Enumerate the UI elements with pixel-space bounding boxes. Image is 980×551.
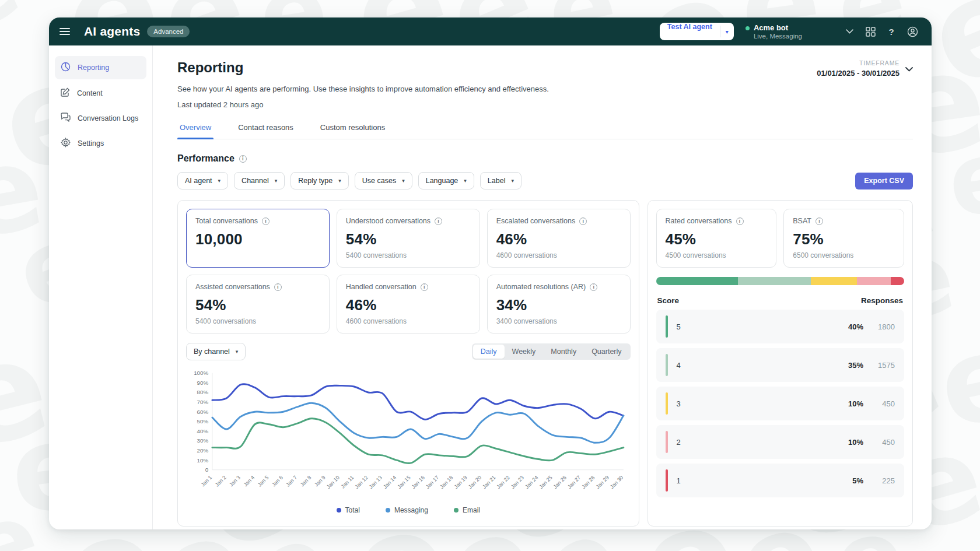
apps-grid-icon[interactable] [864,25,877,38]
svg-text:Jan 22: Jan 22 [495,475,510,490]
svg-text:Jan 25: Jan 25 [538,475,553,490]
help-icon[interactable]: ? [885,25,898,38]
sidebar-item-label: Content [77,89,103,97]
tab-contact-reasons[interactable]: Contact reasons [236,123,296,139]
gear-icon [61,138,71,149]
score-rows: 540%1800435%1575310%450210%45015%225 [656,310,904,497]
info-icon[interactable]: i [262,217,270,225]
metric-sub [195,251,320,258]
svg-text:Jan 4: Jan 4 [243,475,256,488]
chevron-down-icon[interactable] [843,25,856,38]
metric-card-escalated-conversations[interactable]: Escalated conversationsi46%4600 conversa… [487,209,631,268]
filter-channel[interactable]: Channel▾ [234,172,285,189]
metric-card-bsat[interactable]: BSATi75%6500 conversations [783,209,904,268]
info-icon[interactable]: i [736,217,744,225]
metric-card-rated-conversations[interactable]: Rated conversationsi45%4500 conversation… [656,209,777,268]
info-icon[interactable]: i [274,283,282,291]
info-icon[interactable]: i [421,283,428,291]
period-daily[interactable]: Daily [473,345,505,359]
distribution-segment [857,277,890,285]
svg-text:80%: 80% [197,389,209,395]
metric-card-assisted-conversations[interactable]: Assisted conversationsi54%5400 conversat… [186,275,330,334]
menu-icon[interactable] [60,26,70,37]
score-responses: 225 [869,476,895,485]
chevron-down-icon: ▾ [338,178,341,184]
export-csv-button[interactable]: Export CSV [855,173,913,189]
legend-item-total[interactable]: Total [337,506,360,514]
metric-sub: 5400 conversations [346,251,471,259]
tab-bar: OverviewContact reasonsCustom resolution… [177,123,913,139]
score-color-bar [666,315,668,338]
sidebar-item-settings[interactable]: Settings [55,132,146,155]
info-icon[interactable]: i [579,217,587,225]
svg-text:50%: 50% [197,418,209,424]
test-ai-agent-caret[interactable]: ▾ [720,23,734,40]
metric-card-handled-conversation[interactable]: Handled conversationi46%4600 conversatio… [337,275,480,334]
bot-selector[interactable]: Acme bot Live, Messaging [746,23,802,40]
page-background: eeeeeeeeeeeeeeeeeeeeeeeeeeeeeeeeeeeeeeee… [0,0,980,551]
filter-ai-agent[interactable]: AI agent▾ [177,172,228,189]
sidebar-item-conversation-logs[interactable]: Conversation Logs [55,107,146,129]
plan-badge: Advanced [147,26,190,37]
metric-card-automated-resolutions-ar-[interactable]: Automated resolutions (AR)i34%3400 conve… [487,275,631,334]
info-icon[interactable]: i [435,217,442,225]
chat-icon [61,113,71,124]
score-percent: 35% [848,361,863,370]
distribution-segment [891,277,904,285]
metric-label: Total conversations [195,217,258,225]
metric-sub: 4500 conversations [666,251,768,259]
score-responses: 1575 [869,361,895,370]
distribution-segment [656,277,738,285]
metric-sub: 5400 conversations [195,317,320,325]
metric-sub: 4600 conversations [346,317,471,325]
period-segmented-control: DailyWeeklyMonthlyQuarterly [472,343,631,360]
sidebar-item-reporting[interactable]: Reporting [55,56,146,79]
svg-text:Jan 27: Jan 27 [566,475,582,490]
tab-custom-resolutions[interactable]: Custom resolutions [318,123,387,139]
svg-text:0: 0 [205,466,209,473]
metric-value: 10,000 [195,230,320,248]
score-responses: 1800 [869,322,895,331]
score-row-2: 210%450 [656,425,904,459]
tab-overview[interactable]: Overview [177,123,214,139]
sidebar-item-content[interactable]: Content [55,82,146,104]
info-icon[interactable]: i [816,217,823,225]
svg-text:Jan 3: Jan 3 [228,475,242,488]
score-row-1: 15%225 [656,464,904,497]
chevron-down-icon: ▾ [275,178,278,184]
metric-label: BSAT [793,217,811,225]
legend-item-messaging[interactable]: Messaging [386,506,428,514]
period-quarterly[interactable]: Quarterly [584,345,629,359]
metric-value: 34% [496,296,621,314]
metric-card-total-conversations[interactable]: Total conversationsi10,000 [186,209,330,268]
page-description: See how your AI agents are performing. U… [177,85,549,93]
metric-label: Understood conversations [346,217,430,225]
test-ai-agent-button[interactable]: Test AI agent ▾ [660,23,734,40]
period-weekly[interactable]: Weekly [505,345,544,359]
filter-language[interactable]: Language▾ [418,172,474,189]
score-color-bar [666,431,668,453]
edit-icon [61,87,70,99]
period-monthly[interactable]: Monthly [543,345,584,359]
filter-reply-type[interactable]: Reply type▾ [290,172,349,189]
filter-row: AI agent▾Channel▾Reply type▾Use cases▾La… [177,172,913,189]
account-icon[interactable] [906,25,919,38]
distribution-segment [738,277,811,285]
performance-panel: Total conversationsi10,000Understood con… [177,200,639,527]
timeframe-selector[interactable]: TIMEFRAME 01/01/2025 - 30/01/2025 [817,59,913,78]
metric-card-understood-conversations[interactable]: Understood conversationsi54%5400 convers… [337,209,480,268]
info-icon[interactable]: i [590,283,597,291]
legend-dot [454,508,459,513]
timeframe-label: TIMEFRAME [817,59,900,66]
filter-use-cases[interactable]: Use cases▾ [355,172,412,189]
svg-text:70%: 70% [197,399,209,405]
test-ai-agent-label[interactable]: Test AI agent [660,23,720,40]
legend-item-email[interactable]: Email [454,506,480,514]
svg-text:Jan 10: Jan 10 [326,475,341,490]
score-row-3: 310%450 [656,387,904,420]
filter-label[interactable]: Label▾ [480,172,522,189]
info-icon[interactable]: i [239,155,247,163]
by-channel-dropdown[interactable]: By channel ▾ [186,343,246,360]
svg-text:Jan 2: Jan 2 [214,475,228,488]
legend-label: Email [463,506,480,514]
